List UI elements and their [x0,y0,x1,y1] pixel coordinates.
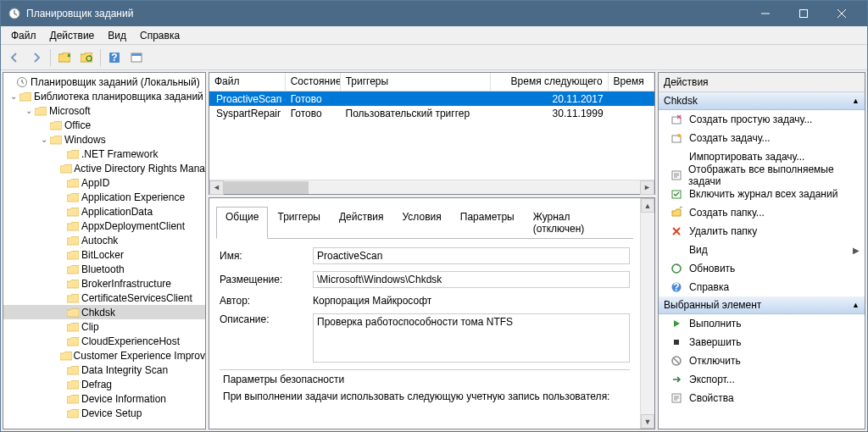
menu-action[interactable]: Действие [43,28,102,43]
action-sel-0[interactable]: Выполнить [659,314,865,333]
action-5[interactable]: *Создать папку... [659,203,865,222]
svg-text:*: * [679,207,682,214]
action-sel-2[interactable]: Отключить [659,352,865,370]
tree-node-devicesetup[interactable]: Device Setup [3,406,205,420]
menu-help[interactable]: Справка [133,28,186,43]
action-7[interactable]: Вид▶ [659,241,865,259]
tree-microsoft[interactable]: ⌄Microsoft [3,103,205,118]
tree-node-deviceinformation[interactable]: Device Information [3,391,205,406]
tree-node-customerexperienceimprov[interactable]: Customer Experience Improv [3,348,205,363]
column-headers: Файл Состояние Триггеры Время следующего… [209,73,654,91]
scroll-thumb[interactable] [224,181,309,194]
col-prev[interactable]: Время пр [609,73,654,91]
tree-root[interactable]: Планировщик заданий (Локальный) [3,75,205,89]
action-4[interactable]: Включить журнал всех заданий [659,185,865,203]
menu-file[interactable]: Файл [4,28,43,43]
location-field: \Microsoft\Windows\Chkdsk [313,271,630,288]
svg-rect-6 [131,53,142,56]
scroll-left-icon[interactable]: ◄ [209,180,224,195]
task-hscroll[interactable]: ◄ ► [209,180,654,194]
tree-library[interactable]: ⌄Библиотека планировщика заданий [3,89,205,103]
name-field[interactable]: ProactiveScan [313,247,630,264]
properties-button[interactable] [126,47,147,68]
author-value: Корпорация Майкрософт [313,295,630,307]
svg-point-16 [672,264,681,273]
tab-conditions[interactable]: Условия [393,207,451,238]
back-button[interactable] [4,47,25,68]
action-9[interactable]: ?Справка [659,278,865,296]
tab-settings[interactable]: Параметры [451,207,524,238]
tree-node-applicationexperience[interactable]: Application Experience [3,190,205,204]
tab-general[interactable]: Общие [216,207,268,239]
task-list[interactable]: Файл Состояние Триггеры Время следующего… [209,72,655,195]
maximize-button[interactable] [784,1,822,26]
action-3[interactable]: Отображать все выполняемые задачи [659,166,865,185]
detail-pane: Общие Триггеры Действия Условия Параметр… [209,197,655,429]
svg-text:?: ? [673,281,679,293]
tree-node-autochk[interactable]: Autochk [3,233,205,247]
close-button[interactable] [822,1,860,26]
svg-rect-19 [674,340,679,345]
tree-node-brokerinfrastructure[interactable]: BrokerInfrastructure [3,276,205,291]
tab-actions[interactable]: Действия [330,207,393,238]
menubar: Файл Действие Вид Справка [1,26,867,45]
tree-node-dataintegrityscan[interactable]: Data Integrity Scan [3,363,205,377]
tree-node-certificateservicesclient[interactable]: CertificateServicesClient [3,291,205,305]
app-icon [8,7,21,20]
col-state[interactable]: Состояние [286,73,341,91]
tree-windows[interactable]: ⌄Windows [3,132,205,147]
help-button[interactable]: ? [104,47,125,68]
location-label: Размещение: [220,274,313,285]
svg-point-12 [677,134,681,137]
task-row[interactable]: ProactiveScanГотово20.11.2017 [209,91,654,106]
scroll-up-icon[interactable]: ▲ [641,198,654,213]
scroll-right-icon[interactable]: ► [640,180,654,195]
action-sel-1[interactable]: Завершить [659,333,865,352]
tab-triggers[interactable]: Триггеры [268,207,330,238]
col-next[interactable]: Время следующего запуска [491,73,608,91]
tree-node-cloudexperiencehost[interactable]: CloudExperienceHost [3,334,205,348]
col-triggers[interactable]: Триггеры [341,73,492,91]
action-sel-4[interactable]: Свойства [659,389,865,407]
tree-pane[interactable]: Планировщик заданий (Локальный)⌄Библиоте… [3,72,206,429]
description-field[interactable]: Проверка работоспособности тома NTFS [313,313,630,363]
tree-office[interactable]: Office [3,118,205,132]
action-group-folder[interactable]: Chkdsk▲ [659,92,865,110]
action-1[interactable]: Создать задачу... [659,129,865,147]
refresh-button[interactable] [76,47,97,68]
tree-node-appid[interactable]: AppID [3,175,205,190]
action-0[interactable]: Создать простую задачу... [659,110,865,129]
action-sel-3[interactable]: Экспорт... [659,370,865,389]
tree-node-activedirectoryrightsmana[interactable]: Active Directory Rights Mana [3,161,205,175]
actions-pane: Действия Chkdsk▲Создать простую задачу..… [658,72,865,429]
new-folder-button[interactable] [54,47,75,68]
tree-node-clip[interactable]: Clip [3,319,205,334]
forward-button[interactable] [26,47,47,68]
actions-title: Действия [659,73,865,92]
name-label: Имя: [220,250,313,262]
scroll-down-icon[interactable]: ▼ [641,414,654,429]
tree-node-defrag[interactable]: Defrag [3,377,205,391]
action-6[interactable]: Удалить папку [659,222,865,241]
tab-history[interactable]: Журнал (отключен) [524,207,633,238]
minimize-button[interactable] [746,1,784,26]
titlebar: Планировщик заданий [1,1,867,26]
menu-view[interactable]: Вид [101,28,133,43]
svg-rect-1 [799,10,807,18]
tree-node-bitlocker[interactable]: BitLocker [3,247,205,262]
tree-node-chkdsk[interactable]: Chkdsk [3,305,205,319]
task-row[interactable]: SyspartRepairГотовоПользовательский триг… [209,106,654,120]
author-label: Автор: [220,295,313,307]
tree-node-applicationdata[interactable]: ApplicationData [3,204,205,219]
tree-node-appxdeploymentclient[interactable]: AppxDeploymentClient [3,219,205,233]
detail-vscroll[interactable]: ▲ ▼ [640,198,654,429]
tabs: Общие Триггеры Действия Условия Параметр… [216,207,633,239]
toolbar: ? [1,45,867,70]
security-text: При выполнении задачи использовать следу… [220,389,630,404]
security-label: Параметры безопасности [220,369,630,389]
tree-node-netframework[interactable]: .NET Framework [3,147,205,161]
tree-node-bluetooth[interactable]: Bluetooth [3,262,205,276]
col-file[interactable]: Файл [209,73,286,91]
action-group-selected[interactable]: Выбранный элемент▲ [659,296,865,314]
action-8[interactable]: Обновить [659,259,865,278]
